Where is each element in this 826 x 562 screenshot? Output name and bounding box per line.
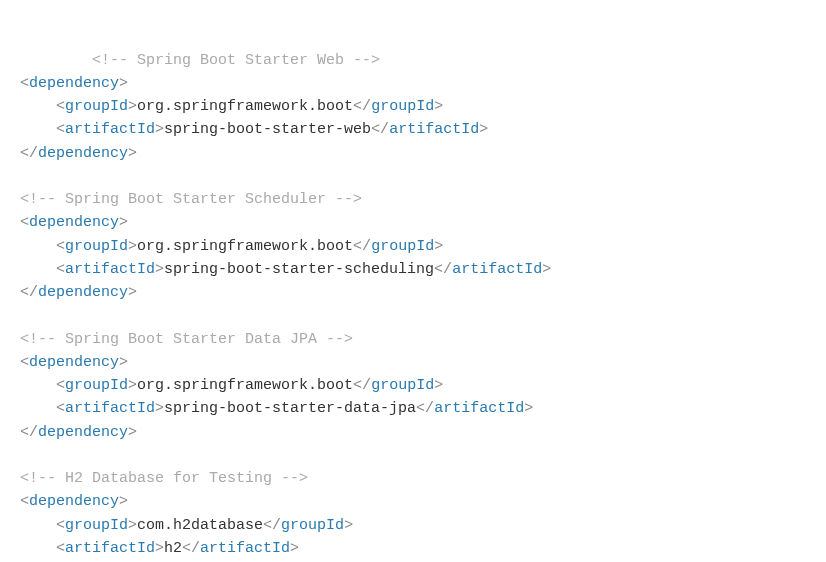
xml-code-block: <!-- Spring Boot Starter Web --> <depend… xyxy=(20,49,826,563)
